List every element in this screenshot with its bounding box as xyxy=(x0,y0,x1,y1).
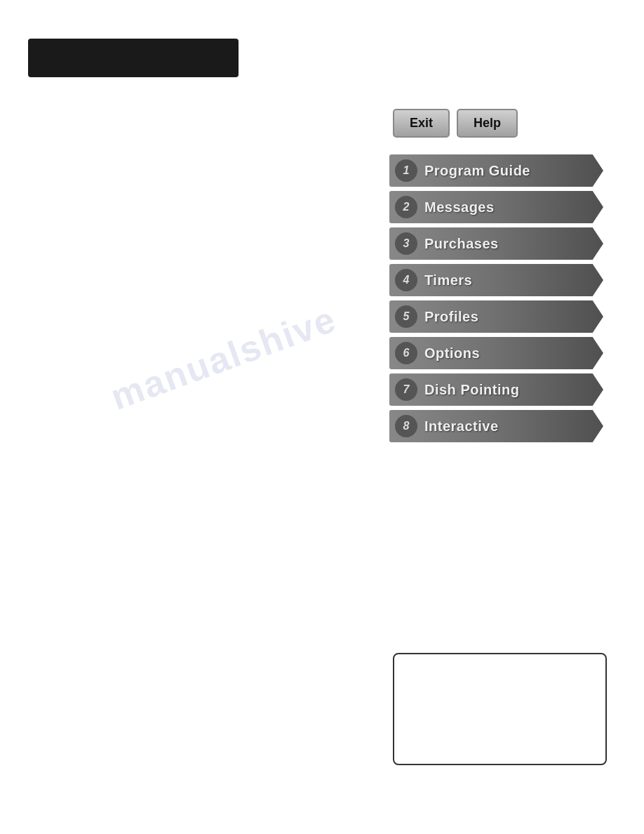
menu-item-label-8: Interactive xyxy=(424,418,499,435)
button-area: Exit Help xyxy=(393,109,518,138)
menu-item-number-2: 2 xyxy=(395,196,417,218)
menu-item-number-5: 5 xyxy=(395,305,417,328)
menu-item-program-guide[interactable]: 1Program Guide xyxy=(389,154,603,187)
menu-item-timers[interactable]: 4Timers xyxy=(389,264,603,296)
menu-item-label-2: Messages xyxy=(424,199,495,216)
menu-item-number-4: 4 xyxy=(395,269,417,291)
menu-item-label-7: Dish Pointing xyxy=(424,382,519,398)
exit-button[interactable]: Exit xyxy=(393,109,450,138)
menu-item-label-6: Options xyxy=(424,345,480,362)
help-button[interactable]: Help xyxy=(457,109,518,138)
menu-item-label-1: Program Guide xyxy=(424,163,530,179)
menu-item-number-8: 8 xyxy=(395,415,417,437)
menu-item-messages[interactable]: 2Messages xyxy=(389,191,603,223)
menu-item-number-7: 7 xyxy=(395,378,417,401)
menu-item-purchases[interactable]: 3Purchases xyxy=(389,227,603,260)
header-bar xyxy=(28,39,239,77)
menu-item-label-5: Profiles xyxy=(424,309,478,325)
menu-item-number-1: 1 xyxy=(395,159,417,182)
menu-item-number-3: 3 xyxy=(395,232,417,255)
info-box xyxy=(393,653,607,765)
menu-item-profiles[interactable]: 5Profiles xyxy=(389,300,603,333)
menu-item-dish-pointing[interactable]: 7Dish Pointing xyxy=(389,373,603,406)
menu-item-options[interactable]: 6Options xyxy=(389,337,603,369)
menu-item-label-3: Purchases xyxy=(424,236,499,252)
menu-item-label-4: Timers xyxy=(424,272,472,289)
watermark: manualshive xyxy=(105,298,342,418)
menu-item-number-6: 6 xyxy=(395,342,417,364)
menu-item-interactive[interactable]: 8Interactive xyxy=(389,410,603,442)
menu-area: 1Program Guide2Messages3Purchases4Timers… xyxy=(389,154,603,442)
